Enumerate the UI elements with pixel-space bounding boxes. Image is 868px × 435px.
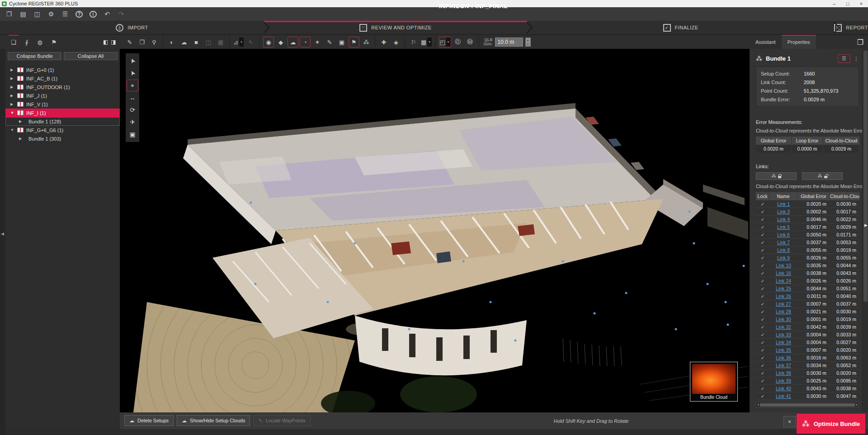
tab-properties[interactable]: Properties [782, 35, 816, 49]
viewport[interactable]: ➤ ➤ ⌖ ↔ ⟳ ✈ [120, 49, 750, 412]
link-row[interactable]: ✓ Link 7 0.0037 m 0.0053 m [756, 239, 859, 246]
undo-icon[interactable]: ↶ [104, 10, 111, 18]
link-row[interactable]: ✓ Link 26 0.0011 m 0.0040 m [756, 293, 859, 300]
markup-tool-icon[interactable]: ✎ [325, 37, 335, 47]
pan-tool-icon[interactable]: ⌖ [127, 80, 138, 91]
link-name[interactable]: Link 25 [769, 286, 797, 291]
link-lock-checkbox[interactable]: ✓ [756, 279, 769, 284]
link-lock-checkbox[interactable]: ✓ [756, 255, 769, 260]
link-row[interactable]: ✓ Link 10 0.0035 m 0.0044 m [756, 262, 859, 270]
scrollbar-thumb[interactable] [760, 403, 855, 407]
link-row[interactable]: ✓ Link 30 0.0001 m 0.0019 m [756, 316, 859, 323]
tree-item-inf-ac-b[interactable]: ▶ INF_AC_B (1) [5, 74, 120, 83]
geotags-tab-icon[interactable]: ◍ [37, 35, 42, 49]
link-name[interactable]: Link 32 [769, 324, 797, 330]
zoom-window-icon[interactable]: ⚲ [149, 37, 159, 47]
link-lock-checkbox[interactable]: ✓ [756, 217, 769, 222]
link-row[interactable]: ✓ Link 40 0.0043 m 0.0038 m [756, 385, 859, 392]
link-row[interactable]: ✓ Link 1 0.0020 m 0.0030 m [756, 200, 859, 208]
stepper-up-icon[interactable]: ▲ [526, 38, 530, 42]
help-icon[interactable]: ? [75, 11, 83, 18]
open-project-icon[interactable]: ❐ [5, 10, 13, 18]
link-row[interactable]: ✓ Link 6 0.0050 m 0.0171 m [756, 231, 859, 239]
link-row[interactable]: ✓ Link 25 0.0044 m 0.0051 m [756, 285, 859, 293]
tree-item-bundle-1-128[interactable]: ▶ Bundle 1 (128) [5, 117, 120, 126]
measure-tool-icon[interactable]: ⊿ [233, 37, 244, 47]
view-cube-icon[interactable]: ◰ [439, 37, 450, 47]
scrollbar-thumb[interactable] [863, 51, 868, 302]
tree-expand-arrow[interactable]: ▼ [10, 111, 14, 115]
clone-view-icon[interactable]: ❐ [137, 37, 147, 47]
link-name[interactable]: Link 24 [769, 278, 797, 284]
redo-icon[interactable]: ↷ [118, 10, 125, 18]
links-table-hscrollbar[interactable]: ◂ ▸ [756, 402, 859, 407]
close-button[interactable]: × [854, 0, 868, 7]
link-lock-checkbox[interactable]: ✓ [756, 355, 769, 360]
tree-item-inf-j[interactable]: ▶ INF_J (1) [5, 91, 120, 100]
tree-expand-arrow[interactable]: ▶ [19, 119, 23, 123]
optimize-bundle-button[interactable]: ⁂ Optimize Bundle [797, 414, 865, 434]
link-lock-checkbox[interactable]: ✓ [756, 332, 769, 337]
link-lock-checkbox[interactable]: ✓ [756, 317, 769, 322]
link-lock-checkbox[interactable]: ✓ [756, 325, 769, 330]
storage-icon[interactable]: ☰ [61, 10, 69, 18]
link-row[interactable]: ✓ Link 41 0.0030 m 0.0047 m [756, 392, 859, 400]
link-row[interactable]: ✓ Link 8 0.0055 m 0.0019 m [756, 246, 859, 254]
link-row[interactable]: ✓ Link 32 0.0042 m 0.0039 m [756, 323, 859, 331]
locate-waypoints-button[interactable]: ✎ Locate WayPoints [253, 415, 310, 426]
tree-item-inf-g0[interactable]: ▶ INF_G+0 (1) [5, 66, 120, 74]
publish-icon[interactable]: ◫ [33, 10, 41, 18]
solid-view-icon[interactable]: ■ [191, 37, 201, 47]
orbit-tool-icon[interactable]: ⟳ [127, 104, 138, 115]
tree-expand-arrow[interactable]: ▶ [10, 76, 14, 80]
link-name[interactable]: Link 28 [769, 309, 797, 314]
link-row[interactable]: ✓ Link 16 0.0038 m 0.0043 m [756, 270, 859, 277]
tree-expand-arrow[interactable]: ▶ [10, 68, 14, 72]
tab-review-and-optimize[interactable]: ∵ REVIEW AND OPTIMIZE [264, 21, 527, 34]
link-lock-checkbox[interactable]: ✓ [756, 294, 769, 299]
link-name[interactable]: Link 30 [769, 317, 797, 322]
show-setups-icon[interactable]: ◉ [264, 37, 274, 47]
tree-item-inf-g6-g6[interactable]: ▼ INF_G+6_G6 (1) [5, 126, 120, 134]
survey-points-icon[interactable]: ⚐ [409, 37, 419, 47]
select-tool-icon[interactable]: ➤ [127, 56, 138, 66]
stepper-down-icon[interactable]: ▼ [526, 42, 530, 46]
link-row[interactable]: ✓ Link 28 0.0021 m 0.0030 m [756, 308, 859, 316]
link-lock-checkbox[interactable]: ✓ [756, 378, 769, 383]
delete-setups-button[interactable]: ☁ Delete Setups [124, 415, 174, 426]
qlb-size-stepper[interactable]: ▲ ▼ [525, 38, 531, 47]
show-links-icon[interactable]: ✶ [312, 37, 322, 47]
fly-tool-icon[interactable]: ✈ [127, 117, 138, 128]
show-coverage-icon[interactable]: ◔ [300, 37, 310, 47]
link-row[interactable]: ✓ Link 38 0.0030 m 0.0020 m [756, 369, 859, 377]
panel-menu-icon[interactable]: ⋮ [854, 56, 859, 62]
waypoints-tab-icon[interactable]: ⚑ [52, 35, 57, 49]
snapshot-icon[interactable]: ▣ [337, 37, 347, 47]
link-lock-checkbox[interactable]: ✓ [756, 386, 769, 391]
link-row[interactable]: ✓ Link 24 0.0026 m 0.0026 m [756, 277, 859, 285]
image-view-icon[interactable]: ▦ [216, 37, 226, 47]
link-lock-checkbox[interactable]: ✓ [756, 348, 769, 353]
tree-expand-arrow[interactable]: ▶ [10, 102, 14, 106]
link-name[interactable]: Link 16 [769, 270, 797, 276]
unlock-links-button[interactable]: ⁂ [802, 172, 843, 180]
link-row[interactable]: ✓ Link 37 0.0034 m 0.0052 m [756, 362, 859, 369]
link-name[interactable]: Link 26 [769, 293, 797, 299]
link-lock-checkbox[interactable]: ✓ [756, 340, 769, 345]
show-groups-icon[interactable]: ⁂ [361, 37, 371, 47]
minimize-button[interactable]: – [827, 0, 841, 7]
tree-expand-arrow[interactable]: ▶ [10, 94, 14, 98]
show-setup-clouds-icon[interactable]: ☁ [288, 37, 298, 47]
tree-item-inf-i[interactable]: ▼ INF_I (1) [5, 109, 120, 117]
maximize-button[interactable]: □ [841, 0, 854, 7]
view-cube-tool-icon[interactable]: ▣ [127, 129, 138, 140]
tree-item-bundle-1-303[interactable]: ▶ Bundle 1 (303) [5, 134, 120, 143]
point-cloud-render[interactable] [120, 49, 750, 412]
link-row[interactable]: ✓ Link 34 0.0004 m 0.0027 m [756, 339, 859, 346]
project-explorer-tab-icon[interactable]: ❏ [11, 35, 16, 49]
settings-icon[interactable]: ⚙ [47, 10, 55, 18]
link-row[interactable]: ✓ Link 3 0.0002 m 0.0017 m [756, 208, 859, 216]
model-space-icon[interactable]: Ⓜ [465, 37, 475, 47]
tree-item-inf-v[interactable]: ▶ INF_V (1) [5, 100, 120, 109]
dismiss-bar-button[interactable]: × [783, 416, 796, 427]
